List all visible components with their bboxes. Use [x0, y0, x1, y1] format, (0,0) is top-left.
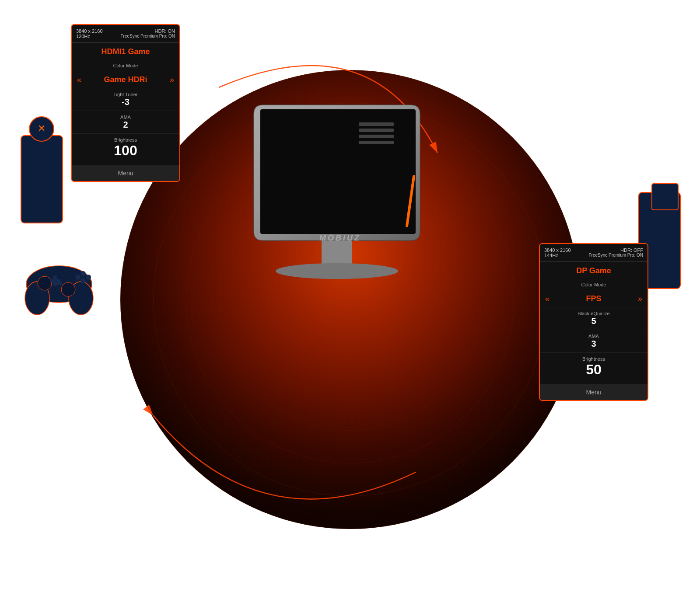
svg-rect-25	[56, 282, 62, 285]
svg-rect-27	[652, 184, 678, 210]
freesync-right: FreeSync Premium Pro: ON	[589, 253, 643, 258]
osd-header-right: 3840 x 2160 HDR: OFF 144Hz FreeSync Prem…	[540, 244, 648, 262]
svg-point-23	[80, 278, 86, 283]
color-mode-arrow-right-right[interactable]: »	[638, 294, 642, 303]
osd-header-left: 3840 x 2160 HDR: ON 120Hz FreeSync Premi…	[72, 25, 179, 43]
svg-point-21	[75, 275, 80, 280]
osd-title-right: DP Game	[540, 262, 648, 280]
osd-panel-right: 3840 x 2160 HDR: OFF 144Hz FreeSync Prem…	[539, 243, 648, 401]
osd-right-notch	[539, 311, 540, 333]
osd-left-notch	[71, 92, 72, 114]
svg-point-18	[61, 282, 75, 296]
color-mode-section-left: Color Mode « Game HDRi »	[72, 61, 179, 88]
color-mode-arrow-left-right[interactable]: «	[545, 294, 550, 303]
color-mode-arrow-left-left[interactable]: «	[77, 75, 81, 84]
osd-title-left: HDMI1 Game	[72, 43, 179, 61]
ama-value-right: 3	[545, 339, 642, 349]
hz-left: 120Hz	[76, 34, 90, 39]
svg-point-14	[26, 266, 92, 303]
svg-point-16	[69, 282, 93, 315]
ama-label-left: AMA	[77, 115, 174, 120]
brightness-row-left: Brightness 100	[72, 134, 179, 165]
color-mode-section-right: Color Mode « FPS »	[540, 280, 648, 307]
brightness-row-right: Brightness 50	[540, 353, 648, 384]
ama-label-right: AMA	[545, 334, 642, 339]
resolution-left: 3840 x 2160	[76, 28, 103, 34]
menu-button-right[interactable]: Menu	[540, 384, 648, 400]
svg-rect-20	[50, 279, 60, 282]
svg-rect-11	[21, 136, 63, 223]
svg-point-24	[86, 275, 91, 280]
svg-point-22	[80, 271, 86, 276]
brightness-value-right: 50	[545, 362, 642, 378]
svg-point-12	[29, 117, 54, 141]
svg-point-15	[25, 282, 49, 315]
svg-point-17	[38, 276, 52, 290]
light-tuner-row-left: Light Tuner -3	[72, 88, 179, 111]
ama-row-left: AMA 2	[72, 111, 179, 134]
hdr-status-right: HDR: OFF	[620, 247, 643, 253]
svg-rect-19	[53, 275, 57, 286]
color-mode-label-right: Color Mode	[545, 282, 642, 287]
scene: MOBIUZ ✕	[0, 0, 700, 599]
brightness-value-left: 100	[77, 143, 174, 159]
hz-right: 144Hz	[544, 253, 558, 258]
hdr-status-left: HDR: ON	[155, 28, 175, 34]
black-equalize-label-right: Black eQualize	[545, 311, 642, 316]
resolution-right: 3840 x 2160	[544, 247, 571, 253]
ama-value-left: 2	[77, 120, 174, 130]
color-mode-arrow-right-left[interactable]: »	[170, 75, 174, 84]
color-mode-value-right: FPS	[586, 294, 601, 303]
black-equalize-value-right: 5	[545, 316, 642, 326]
osd-panel-left: 3840 x 2160 HDR: ON 120Hz FreeSync Premi…	[71, 24, 180, 182]
ring-5	[252, 201, 448, 398]
freesync-left: FreeSync Premium Pro: ON	[121, 34, 175, 39]
ama-row-right: AMA 3	[540, 330, 648, 353]
black-equalize-row-right: Black eQualize 5	[540, 307, 648, 330]
light-tuner-value-left: -3	[77, 97, 174, 107]
color-mode-label-left: Color Mode	[77, 63, 174, 68]
brightness-label-left: Brightness	[77, 137, 174, 143]
light-tuner-label-left: Light Tuner	[77, 92, 174, 97]
menu-button-left[interactable]: Menu	[72, 165, 179, 181]
svg-text:✕: ✕	[38, 123, 46, 134]
brightness-label-right: Brightness	[545, 356, 642, 362]
color-mode-value-left: Game HDRi	[104, 75, 147, 84]
